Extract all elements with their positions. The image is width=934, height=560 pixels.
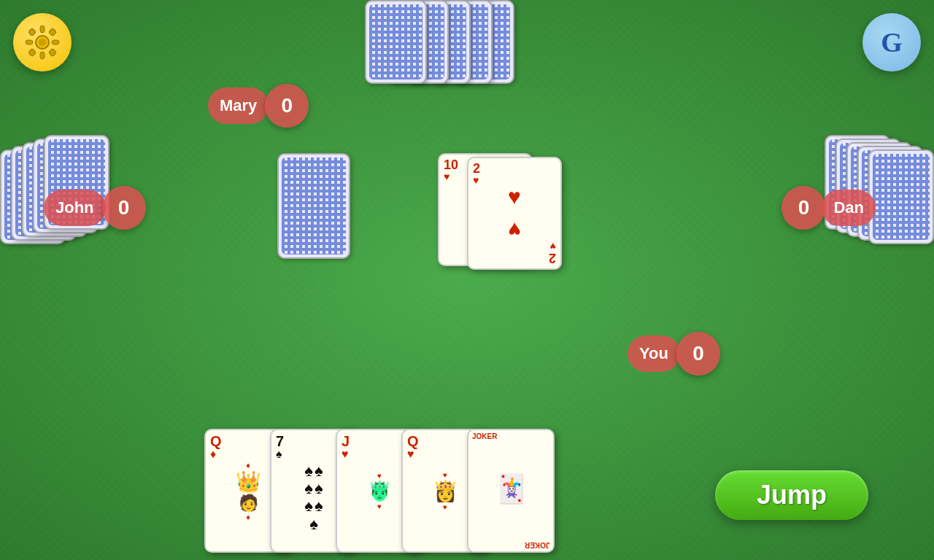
john-score: 0	[102, 186, 146, 230]
john-name: John	[44, 190, 106, 226]
player-hand: Q ♦ Q ♦ ♦ 👑 🧑 ♦ 7 ♠ 7 ♠ ♠♠ ♠♠ ♠♠ ♠	[204, 429, 555, 553]
jump-button[interactable]: Jump	[715, 470, 868, 520]
svg-point-10	[39, 39, 46, 46]
google-icon-letter: G	[881, 26, 903, 58]
mary-score: 0	[265, 84, 309, 128]
settings-button[interactable]	[13, 13, 72, 71]
svg-rect-2	[40, 52, 45, 59]
you-name: You	[628, 335, 680, 372]
hand-card-joker[interactable]: JOKER JOKER 🃏	[467, 429, 555, 553]
you-score: 0	[676, 332, 720, 376]
svg-rect-8	[48, 48, 56, 56]
svg-rect-5	[28, 28, 36, 36]
svg-rect-4	[52, 40, 59, 44]
dan-badge: 0 Dan	[781, 186, 876, 230]
mary-name: Mary	[208, 88, 269, 124]
dan-name: Dan	[822, 190, 876, 226]
mary-cards	[358, 0, 518, 84]
svg-rect-3	[26, 40, 33, 44]
svg-rect-1	[40, 26, 45, 33]
you-badge: You 0	[628, 332, 720, 376]
discard-card-2h: 2 ♥ 2 ♥ ♥ ♥	[467, 157, 562, 270]
google-button[interactable]: G	[862, 13, 921, 71]
dan-score: 0	[781, 186, 825, 230]
svg-rect-6	[48, 28, 56, 36]
john-badge: John 0	[44, 186, 146, 230]
discard-pile: 10 ♥ 10 ♥ ♥ 2 ♥ 2 ♥ ♥ ♥	[438, 153, 569, 270]
stock-pile[interactable]	[277, 153, 350, 259]
mary-badge: Mary 0	[208, 84, 309, 128]
svg-rect-7	[28, 48, 36, 56]
